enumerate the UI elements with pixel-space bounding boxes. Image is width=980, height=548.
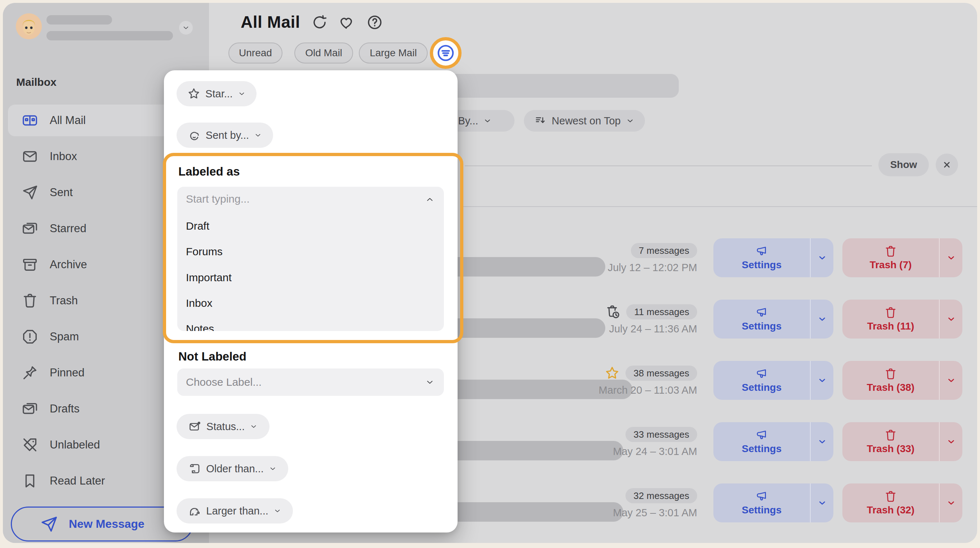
sidebar-item-label: Sent <box>50 186 73 199</box>
settings-split-button: Settings <box>713 483 834 523</box>
message-date: May 25 – 3:01 AM <box>613 507 697 519</box>
show-button[interactable]: Show <box>878 153 929 176</box>
filter-chip-large-mail[interactable]: Large Mail <box>359 43 428 64</box>
settings-dropdown-button[interactable] <box>810 361 834 400</box>
settings-button[interactable]: Settings <box>713 422 810 461</box>
settings-button[interactable]: Settings <box>713 483 810 523</box>
chevron-down-icon <box>818 314 827 324</box>
spam-icon <box>22 328 38 345</box>
sidebar-section-label: Mailbox <box>16 76 57 88</box>
hidden-section-divider <box>465 166 872 166</box>
avatar[interactable] <box>16 13 42 39</box>
settings-button[interactable]: Settings <box>713 238 810 277</box>
settings-label: Settings <box>742 504 781 516</box>
help-icon[interactable] <box>366 14 383 31</box>
sidebar-item-label: Archive <box>50 258 87 271</box>
trash-label: Trash (33) <box>867 443 915 455</box>
trash-dropdown-button[interactable] <box>939 238 963 277</box>
label-option-draft[interactable]: Draft <box>186 220 209 233</box>
label-option-forums[interactable]: Forums <box>186 245 223 258</box>
message-meta: 11 messages <box>605 304 697 319</box>
settings-split-button: Settings <box>713 238 834 277</box>
message-date: May 24 – 3:01 AM <box>613 446 697 457</box>
mail-app-window: Mailbox All Mail Inbox Sent Starred <box>3 3 977 543</box>
account-email-placeholder <box>46 31 173 40</box>
new-message-label: New Message <box>69 517 145 531</box>
mail-icon <box>22 148 38 165</box>
settings-dropdown-button[interactable] <box>810 238 834 277</box>
auto-delete-icon <box>605 304 620 319</box>
trash-button[interactable]: Trash (38) <box>842 361 939 400</box>
trash-dropdown-button[interactable] <box>939 483 963 523</box>
message-date: March 20 – 11:03 AM <box>598 384 697 396</box>
trash-split-button: Trash (7) <box>842 238 963 277</box>
heart-icon[interactable] <box>337 14 355 31</box>
message-meta: 7 messages <box>631 243 697 258</box>
chevron-down-icon <box>483 116 492 125</box>
page-title: All Mail <box>241 12 300 32</box>
sent-by-filter-button[interactable]: Sent by... <box>177 123 273 148</box>
chevron-up-icon[interactable] <box>425 195 434 204</box>
settings-dropdown-button[interactable] <box>810 483 834 523</box>
star-filter-button[interactable]: Star... <box>177 81 256 106</box>
sidebar-item-label: Inbox <box>50 150 77 163</box>
app-screenshot: Mailbox All Mail Inbox Sent Starred <box>0 0 980 548</box>
stacked-mail-icon <box>22 401 38 417</box>
chevron-down-icon <box>254 131 262 139</box>
larger-than-filter-button[interactable]: Larger than... <box>177 498 293 524</box>
scroll-icon <box>188 462 201 475</box>
label-search-input[interactable]: Start typing... <box>186 193 250 205</box>
settings-split-button: Settings <box>713 361 834 400</box>
sort-button[interactable]: Newest on Top <box>524 110 645 132</box>
stacked-mail-icon <box>22 220 38 237</box>
chevron-down-icon <box>947 498 956 508</box>
settings-dropdown-button[interactable] <box>810 299 834 339</box>
trash-dropdown-button[interactable] <box>939 361 963 400</box>
megaphone-icon <box>755 490 768 503</box>
settings-dropdown-button[interactable] <box>810 422 834 461</box>
person-face-icon <box>188 129 201 142</box>
megaphone-icon <box>755 367 768 380</box>
label-option-notes[interactable]: Notes <box>186 322 214 331</box>
trash-label: Trash (32) <box>867 504 915 516</box>
chevron-down-icon <box>947 253 956 263</box>
older-than-filter-button[interactable]: Older than... <box>177 456 288 481</box>
trash-split-button: Trash (32) <box>842 483 963 523</box>
star-icon <box>605 366 620 381</box>
message-meta: 32 messages <box>625 488 697 503</box>
settings-button[interactable]: Settings <box>713 361 810 400</box>
account-switcher-button[interactable] <box>179 21 193 35</box>
filter-chip-old-mail[interactable]: Old Mail <box>294 43 353 64</box>
trash-icon <box>884 306 897 319</box>
trash-icon <box>22 292 38 309</box>
trash-icon <box>884 429 897 442</box>
label-option-inbox[interactable]: Inbox <box>186 297 212 310</box>
label-option-important[interactable]: Important <box>186 271 232 284</box>
trash-split-button: Trash (11) <box>842 299 963 339</box>
mail-status-icon <box>188 420 201 433</box>
dismiss-button[interactable] <box>936 154 958 176</box>
chevron-down-icon <box>947 314 956 324</box>
settings-button[interactable]: Settings <box>713 299 810 339</box>
trash-dropdown-button[interactable] <box>939 299 963 339</box>
chevron-down-icon <box>182 24 190 32</box>
trash-button[interactable]: Trash (32) <box>842 483 939 523</box>
choose-label-select[interactable]: Choose Label... <box>177 368 444 396</box>
refresh-icon[interactable] <box>311 14 328 31</box>
trash-button[interactable]: Trash (7) <box>842 238 939 277</box>
filters-toggle-button[interactable] <box>430 37 461 69</box>
chevron-down-icon <box>947 376 956 385</box>
star-icon <box>187 87 200 100</box>
trash-split-button: Trash (38) <box>842 361 963 400</box>
trash-button[interactable]: Trash (11) <box>842 299 939 339</box>
trash-dropdown-button[interactable] <box>939 422 963 461</box>
chevron-down-icon <box>626 116 635 125</box>
sidebar-item-label: Trash <box>50 294 78 307</box>
status-filter-button[interactable]: Status... <box>177 414 269 439</box>
sidebar-item-label: Spam <box>50 330 79 343</box>
close-icon <box>942 159 952 170</box>
filter-chip-unread[interactable]: Unread <box>228 43 282 64</box>
trash-button[interactable]: Trash (33) <box>842 422 939 461</box>
trash-split-button: Trash (33) <box>842 422 963 461</box>
settings-split-button: Settings <box>713 299 834 339</box>
